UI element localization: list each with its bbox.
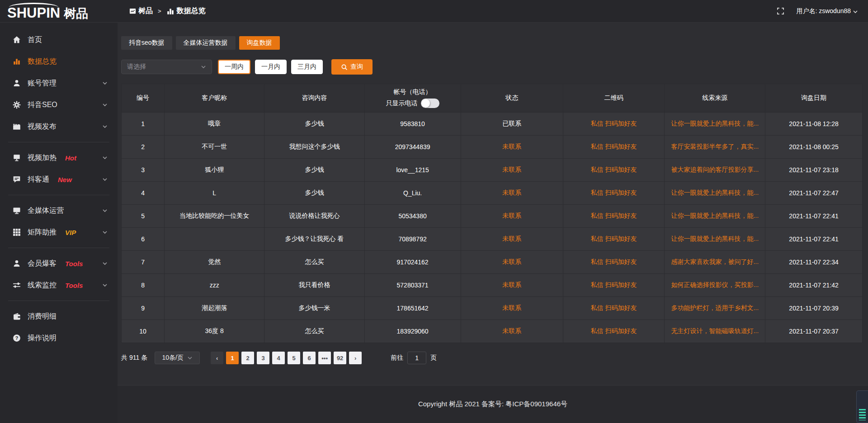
qrcode-link[interactable]: 私信 扫码加好友: [563, 205, 665, 228]
range-button-0[interactable]: 一周内: [218, 60, 250, 74]
filter-row: 请选择 一周内一月内三月内 查询: [121, 59, 863, 75]
source-link[interactable]: 让你一眼就爱上的黑科技，能...: [665, 182, 765, 205]
breadcrumb-item-current[interactable]: 数据总览: [166, 6, 206, 16]
sidebar-item-label: 会员爆客: [28, 259, 57, 268]
sidebar-item-home[interactable]: 首页: [0, 29, 118, 51]
range-button-2[interactable]: 三月内: [291, 60, 323, 74]
source-link[interactable]: 让你一眼就爱上的黑科技，能...: [665, 205, 765, 228]
sidebar-item-video-heat[interactable]: 视频加热Hot: [0, 147, 118, 169]
page-size-select[interactable]: 10条/页: [155, 352, 200, 364]
source-link[interactable]: 被大家追着问的客厅投影分享...: [665, 159, 765, 182]
username-label: 用户名: zswodun88: [796, 7, 851, 15]
sidebar-item-member-baoke[interactable]: 会员爆客Tools: [0, 253, 118, 274]
fullscreen-icon[interactable]: [777, 7, 784, 15]
sidebar-item-label: 数据总览: [28, 57, 57, 66]
sidebar-item-media-operation[interactable]: 全媒体运营: [0, 200, 118, 221]
cell-date: 2021-11-07 23:18: [765, 159, 863, 182]
table-row: 9潮起潮落多少钱一米178651642未联系私信 扫码加好友多功能护栏灯，适用于…: [122, 297, 863, 320]
cell-content: 多少钱一米: [264, 297, 364, 320]
table-row: 8zzz我只看价格572803371未联系私信 扫码加好友如何正确选择投影仪，买…: [122, 274, 863, 297]
qrcode-link[interactable]: 私信 扫码加好友: [563, 228, 665, 251]
cell-account: 178651642: [364, 297, 461, 320]
page-button-1[interactable]: 1: [226, 352, 239, 364]
page-ellipsis-button[interactable]: •••: [318, 352, 331, 364]
tab-bar: 抖音seo数据全媒体运营数据询盘数据: [121, 36, 863, 50]
cell-account: Q_Liu.: [364, 182, 461, 205]
tab-1[interactable]: 全媒体运营数据: [176, 36, 236, 50]
next-page-button[interactable]: ›: [349, 352, 362, 364]
sidebar-menu: 首页数据总览账号管理抖音SEO视频发布视频加热Hot抖客通New全媒体运营矩阵助…: [0, 23, 118, 423]
sidebar-item-douyin-seo[interactable]: 抖音SEO: [0, 94, 118, 116]
cell-date: 2021-11-08 00:25: [765, 136, 863, 159]
tab-2[interactable]: 询盘数据: [239, 36, 280, 50]
cell-nickname: 当地比较能吃的一位美女: [165, 205, 264, 228]
cell-content: 多少钱: [264, 182, 364, 205]
source-link[interactable]: 感谢大家喜欢我家，被问了好...: [665, 251, 765, 274]
sidebar-item-badge: New: [58, 176, 72, 183]
chevron-down-icon: [102, 208, 108, 213]
qrcode-link[interactable]: 私信 扫码加好友: [563, 297, 665, 320]
cell-content: 怎么买: [264, 320, 364, 343]
gear-icon: [12, 101, 21, 109]
source-link[interactable]: 让你一眼就爱上的黑科技，能...: [665, 113, 765, 136]
sidebar-item-data-overview[interactable]: 数据总览: [0, 51, 118, 72]
source-link[interactable]: 让你一眼就爱上的黑科技，能...: [665, 228, 765, 251]
sidebar-item-account-manage[interactable]: 账号管理: [0, 72, 118, 94]
tab-0[interactable]: 抖音seo数据: [121, 36, 172, 50]
qrcode-link[interactable]: 私信 扫码加好友: [563, 113, 665, 136]
table-row: 4L多少钱Q_Liu.未联系私信 扫码加好友让你一眼就爱上的黑科技，能...20…: [122, 182, 863, 205]
source-link[interactable]: 无主灯设计，智能磁吸轨道灯...: [665, 320, 765, 343]
search-button[interactable]: 查询: [331, 59, 373, 75]
phone-only-toggle[interactable]: [421, 99, 439, 108]
prev-page-button[interactable]: ‹: [211, 352, 223, 364]
qrcode-link[interactable]: 私信 扫码加好友: [563, 159, 665, 182]
sidebar-item-label: 消费明细: [28, 312, 57, 321]
cell-no: 6: [122, 228, 165, 251]
page-button-3[interactable]: 3: [257, 352, 269, 364]
monitor-icon: [12, 207, 21, 215]
range-button-1[interactable]: 一月内: [255, 60, 287, 74]
page-footer: Copyright 树品 2021 备案号: 粤ICP备09019646号: [118, 385, 868, 423]
sidebar-item-consume-detail[interactable]: 消费明细: [0, 306, 118, 327]
cell-content: 多少钱: [264, 159, 364, 182]
sidebar-item-matrix-boost[interactable]: 矩阵助推VIP: [0, 221, 118, 243]
page-button-6[interactable]: 6: [303, 352, 316, 364]
cell-account: love__1215: [364, 159, 461, 182]
breadcrumb-item-root[interactable]: 树品: [129, 6, 153, 16]
page-button-4[interactable]: 4: [272, 352, 285, 364]
qrcode-link[interactable]: 私信 扫码加好友: [563, 136, 665, 159]
page-button-2[interactable]: 2: [241, 352, 254, 364]
home-icon: [12, 36, 21, 44]
page-button-92[interactable]: 92: [334, 352, 346, 364]
cell-date: 2021-11-07 20:37: [765, 320, 863, 343]
grid-icon: [12, 228, 21, 236]
total-count-label: 共 911 条: [121, 354, 147, 362]
floating-service-widget[interactable]: [856, 390, 868, 423]
sidebar-item-clue-monitor[interactable]: 线索监控Tools: [0, 274, 118, 296]
source-link[interactable]: 客厅安装投影半年多了，真实...: [665, 136, 765, 159]
column-header-1: 客户昵称: [165, 84, 264, 113]
chevron-down-icon: [102, 177, 108, 182]
cell-content: 多少钱？让我死心 看: [264, 228, 364, 251]
chevron-down-icon: [187, 355, 193, 361]
source-link[interactable]: 如何正确选择投影仪，买投影...: [665, 274, 765, 297]
sidebar-item-douketong[interactable]: 抖客通New: [0, 169, 118, 190]
cell-date: 2021-11-07 22:41: [765, 205, 863, 228]
table-body: 1哦章多少钱9583810已联系私信 扫码加好友让你一眼就爱上的黑科技，能...…: [122, 113, 863, 343]
sidebar-item-operation-guide[interactable]: ?操作说明: [0, 327, 118, 349]
page-button-5[interactable]: 5: [288, 352, 300, 364]
breadcrumb-separator: >: [157, 8, 162, 14]
qrcode-link[interactable]: 私信 扫码加好友: [563, 182, 665, 205]
sidebar-item-label: 账号管理: [28, 79, 57, 88]
sidebar-item-badge: Tools: [65, 282, 83, 289]
sidebar-item-video-publish[interactable]: 视频发布: [0, 116, 118, 137]
filter-select[interactable]: 请选择: [121, 60, 212, 74]
qrcode-link[interactable]: 私信 扫码加好友: [563, 251, 665, 274]
goto-page-input[interactable]: [407, 352, 426, 364]
user-menu[interactable]: 用户名: zswodun88: [796, 7, 858, 15]
source-link[interactable]: 多功能护栏灯，适用于乡村文...: [665, 297, 765, 320]
goto-page: 前往 页: [391, 352, 437, 364]
qrcode-link[interactable]: 私信 扫码加好友: [563, 320, 665, 343]
sidebar-item-badge: VIP: [65, 229, 76, 236]
qrcode-link[interactable]: 私信 扫码加好友: [563, 274, 665, 297]
